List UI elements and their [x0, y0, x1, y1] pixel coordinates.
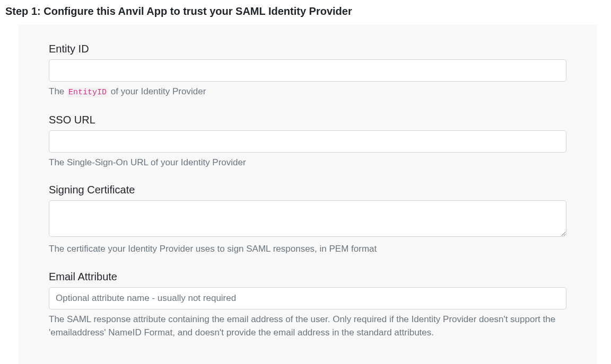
- help-entity-id-suffix: of your Identity Provider: [108, 86, 206, 96]
- label-signing-cert: Signing Certificate: [49, 184, 566, 196]
- form-group-email-attr: Email Attribute The SAML response attrib…: [49, 271, 566, 340]
- help-sso-url: The Single-Sign-On URL of your Identity …: [49, 156, 566, 170]
- label-email-attr: Email Attribute: [49, 271, 566, 283]
- help-email-attr: The SAML response attribute containing t…: [49, 313, 566, 340]
- form-group-signing-cert: Signing Certificate The certificate your…: [49, 184, 566, 256]
- help-entity-id-prefix: The: [49, 86, 67, 96]
- input-email-attr[interactable]: [49, 287, 566, 309]
- form-group-sso-url: SSO URL The Single-Sign-On URL of your I…: [49, 114, 566, 170]
- label-entity-id: Entity ID: [49, 43, 566, 55]
- config-panel: Entity ID The EntityID of your Identity …: [18, 25, 597, 364]
- input-entity-id[interactable]: [49, 59, 566, 82]
- label-sso-url: SSO URL: [49, 114, 566, 126]
- form-group-entity-id: Entity ID The EntityID of your Identity …: [49, 43, 566, 99]
- help-entity-id: The EntityID of your Identity Provider: [49, 85, 566, 99]
- input-sso-url[interactable]: [49, 130, 566, 153]
- help-entity-id-code: EntityID: [67, 87, 108, 97]
- help-signing-cert: The certificate your Identity Provider u…: [49, 242, 566, 256]
- page-title: Step 1: Configure this Anvil App to trus…: [0, 0, 611, 25]
- textarea-signing-cert[interactable]: [49, 200, 566, 237]
